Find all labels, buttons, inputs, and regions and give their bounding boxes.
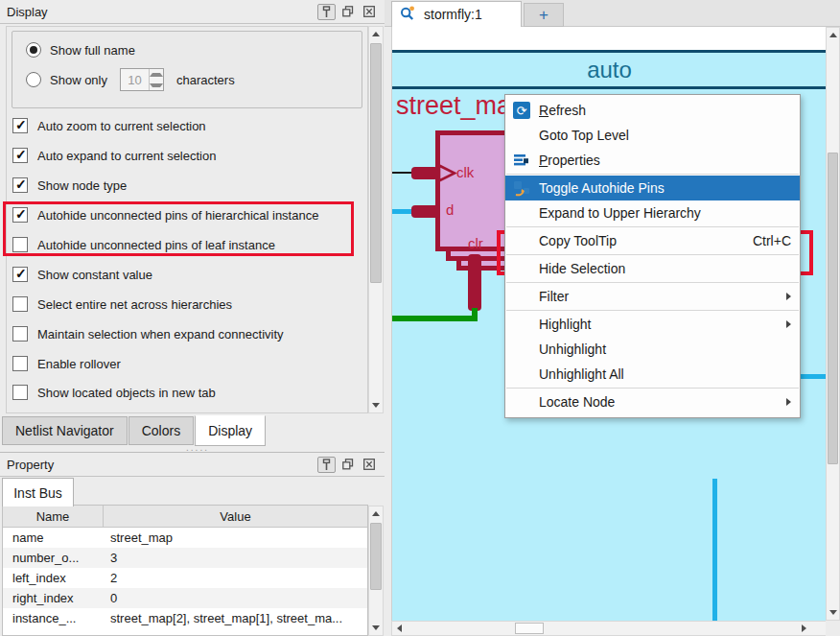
checkbox-label: Show node type bbox=[37, 178, 127, 193]
checkbox-icon[interactable] bbox=[12, 356, 28, 371]
checkbox-icon[interactable] bbox=[12, 326, 28, 342]
column-header-name[interactable]: Name bbox=[3, 506, 104, 527]
table-row[interactable]: instance_... street_map[2], street_map[1… bbox=[3, 608, 367, 628]
display-panel-title: Display bbox=[7, 5, 317, 19]
menu-item-refresh[interactable]: ⟳ Refresh bbox=[505, 98, 800, 123]
table-row[interactable]: left_index 2 bbox=[3, 568, 367, 588]
checkbox-icon[interactable] bbox=[12, 148, 28, 163]
wire-clk[interactable] bbox=[392, 172, 413, 174]
display-panel: Display Show full name bbox=[0, 0, 385, 415]
column-header-value[interactable]: Value bbox=[104, 506, 367, 527]
show-full-name-radio[interactable]: Show full name bbox=[26, 40, 135, 59]
menu-item-hide-selection[interactable]: Hide Selection bbox=[505, 256, 800, 281]
tab-display[interactable]: Display bbox=[195, 415, 266, 446]
pin-stub-clr[interactable] bbox=[468, 254, 481, 311]
checkbox-auto-zoom[interactable]: Auto zoom to current selection bbox=[12, 116, 206, 135]
menu-item-highlight[interactable]: Highlight bbox=[505, 312, 800, 337]
checkbox-icon[interactable] bbox=[12, 296, 28, 312]
characters-spinbox[interactable]: 10 bbox=[120, 68, 164, 91]
menu-item-copy-tooltip[interactable]: Copy ToolTip Ctrl+C bbox=[505, 228, 800, 253]
pin-icon[interactable] bbox=[317, 457, 336, 473]
schematic-viewport[interactable]: auto street_map[2:0] clk d bbox=[391, 27, 827, 621]
menu-item-unhighlight[interactable]: Unhighlight bbox=[505, 337, 800, 362]
pin-stub-d[interactable] bbox=[411, 205, 440, 218]
checkbox-show-constant[interactable]: Show constant value bbox=[12, 265, 152, 284]
scroll-down-icon[interactable] bbox=[827, 605, 839, 620]
new-tab-button[interactable]: + bbox=[524, 3, 564, 27]
checkbox-icon[interactable] bbox=[12, 207, 28, 223]
float-icon[interactable] bbox=[338, 4, 357, 20]
wire-net-horizontal[interactable] bbox=[801, 374, 827, 379]
schematic-vscrollbar[interactable] bbox=[826, 27, 840, 621]
menu-separator bbox=[506, 174, 799, 175]
show-only-radio[interactable]: Show only 10 characters bbox=[26, 70, 235, 89]
menu-item-unhighlight-all[interactable]: Unhighlight All bbox=[505, 362, 800, 387]
tab-netlist-navigator[interactable]: Netlist Navigator bbox=[2, 416, 128, 445]
scrollbar-thumb[interactable] bbox=[515, 623, 544, 634]
wire-clr-horizontal[interactable] bbox=[392, 316, 478, 321]
property-scrollbar[interactable] bbox=[368, 506, 384, 636]
close-icon[interactable] bbox=[360, 457, 378, 473]
scrollbar-thumb[interactable] bbox=[370, 43, 382, 283]
scroll-up-icon[interactable] bbox=[369, 27, 383, 41]
checkbox-label: Autohide unconnected pins of leaf instan… bbox=[37, 238, 275, 252]
menu-item-filter[interactable]: Filter bbox=[505, 284, 800, 309]
scroll-down-icon[interactable] bbox=[369, 621, 383, 635]
toggle-autohide-pins-icon bbox=[511, 179, 532, 197]
close-icon[interactable] bbox=[360, 4, 378, 20]
display-scrollbar[interactable] bbox=[368, 26, 384, 413]
menu-item-goto-top-level[interactable]: Goto Top Level bbox=[505, 123, 800, 148]
radio-icon[interactable] bbox=[26, 42, 41, 58]
scrollbar-thumb[interactable] bbox=[828, 153, 838, 464]
cell-name: instance_... bbox=[3, 611, 104, 625]
scroll-right-icon[interactable] bbox=[797, 622, 811, 635]
table-row[interactable]: name street_map bbox=[3, 528, 367, 548]
display-panel-header: Display bbox=[0, 0, 385, 24]
float-icon[interactable] bbox=[338, 457, 357, 473]
tab-label: Netlist Navigator bbox=[15, 423, 114, 438]
checkbox-icon[interactable] bbox=[12, 177, 28, 193]
checkbox-icon[interactable] bbox=[12, 385, 28, 400]
scroll-down-icon[interactable] bbox=[369, 398, 383, 412]
scroll-up-icon[interactable] bbox=[369, 506, 383, 521]
checkbox-label: Auto zoom to current selection bbox=[37, 119, 206, 133]
pin-icon[interactable] bbox=[317, 4, 336, 20]
table-row[interactable]: right_index 0 bbox=[3, 588, 367, 608]
checkbox-icon[interactable] bbox=[12, 237, 28, 252]
property-panel-title: Property bbox=[7, 458, 317, 472]
table-row[interactable]: number_o... 3 bbox=[3, 548, 367, 568]
menu-item-properties[interactable]: Properties bbox=[505, 148, 800, 173]
schematic-hscrollbar[interactable] bbox=[391, 621, 827, 636]
cell-value: 2 bbox=[104, 571, 367, 585]
menu-item-toggle-autohide-pins[interactable]: Toggle Autohide Pins bbox=[505, 176, 800, 200]
checkbox-show-located-objects[interactable]: Show located objects in new tab bbox=[12, 383, 216, 402]
checkbox-icon[interactable] bbox=[12, 118, 28, 133]
checkbox-enable-rollover[interactable]: Enable rollover bbox=[12, 354, 121, 373]
scroll-left-icon[interactable] bbox=[392, 622, 407, 635]
tab-inst-bus[interactable]: Inst Bus bbox=[2, 478, 74, 506]
spin-up-icon[interactable] bbox=[150, 69, 163, 80]
checkbox-select-entire-net[interactable]: Select entire net across hierarchies bbox=[12, 294, 232, 314]
checkbox-icon[interactable] bbox=[12, 267, 28, 282]
menu-item-expand-to-upper-hierarchy[interactable]: Expand to Upper Hierarchy bbox=[505, 200, 800, 225]
tab-colors[interactable]: Colors bbox=[128, 416, 194, 445]
scrollbar-thumb[interactable] bbox=[370, 523, 382, 590]
menu-separator bbox=[506, 254, 799, 255]
checkbox-auto-expand[interactable]: Auto expand to current selection bbox=[12, 146, 216, 165]
shortcut-label: Ctrl+C bbox=[753, 233, 791, 248]
menu-item-locate-node[interactable]: Locate Node bbox=[505, 389, 800, 414]
checkbox-show-node-type[interactable]: Show node type bbox=[12, 176, 127, 195]
tab-stormfly[interactable]: stormfly:1 bbox=[391, 1, 522, 27]
spin-down-icon[interactable] bbox=[150, 80, 163, 90]
checkbox-maintain-selection[interactable]: Maintain selection when expand connectiv… bbox=[12, 324, 284, 343]
wire-d[interactable] bbox=[392, 209, 413, 214]
checkbox-autohide-leaf[interactable]: Autohide unconnected pins of leaf instan… bbox=[12, 235, 275, 254]
radio-icon[interactable] bbox=[26, 72, 41, 87]
wire-net-vertical[interactable] bbox=[712, 479, 717, 621]
pin-stub-clk[interactable] bbox=[411, 167, 438, 179]
submenu-arrow-icon bbox=[786, 320, 791, 328]
scroll-up-icon[interactable] bbox=[827, 28, 839, 42]
name-display-group: Show full name Show only 10 characters bbox=[12, 31, 362, 108]
checkbox-autohide-hierarchical[interactable]: Autohide unconnected pins of hierarchica… bbox=[12, 205, 318, 224]
plus-icon: + bbox=[539, 6, 548, 25]
